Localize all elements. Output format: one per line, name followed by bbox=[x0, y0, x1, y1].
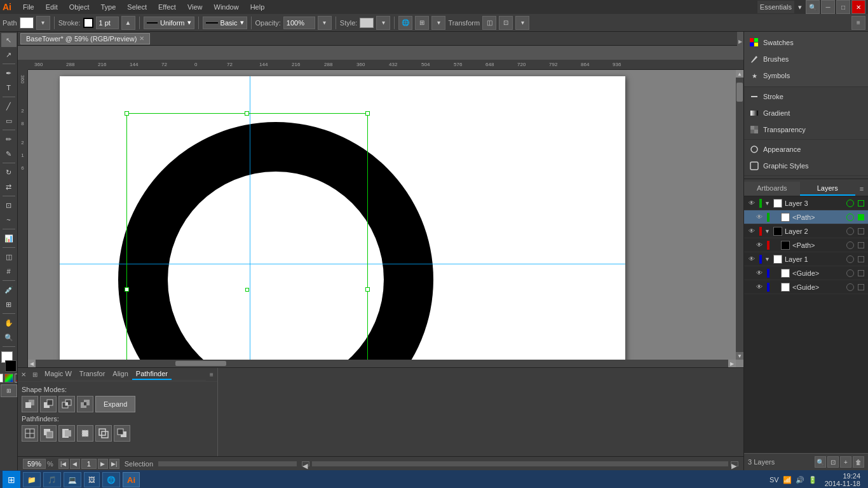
graphic-styles-panel-btn[interactable]: Graphic Styles bbox=[744, 158, 868, 174]
close-btn[interactable]: ✕ bbox=[851, 0, 865, 14]
scroll-left-indicator[interactable]: ◀ bbox=[302, 461, 309, 466]
page-input[interactable] bbox=[81, 459, 97, 469]
tab-transform[interactable]: Transfor bbox=[76, 369, 109, 380]
trim-btn[interactable] bbox=[40, 425, 57, 442]
menu-select[interactable]: Select bbox=[122, 2, 152, 12]
rotate-tool[interactable]: ↻ bbox=[1, 165, 17, 179]
guide1-target[interactable] bbox=[846, 269, 854, 277]
style-selector[interactable]: ▾ bbox=[376, 16, 390, 30]
zoom-input[interactable] bbox=[23, 459, 46, 469]
minus-back-btn[interactable] bbox=[114, 425, 130, 442]
scroll-down-btn[interactable]: ▼ bbox=[736, 352, 743, 360]
minimize-btn[interactable]: ─ bbox=[821, 0, 835, 14]
merge-btn[interactable] bbox=[58, 425, 75, 442]
guide2-select[interactable] bbox=[858, 284, 864, 290]
outline-btn[interactable] bbox=[95, 425, 112, 442]
type-tool[interactable]: T bbox=[1, 81, 17, 95]
stroke-weight-input[interactable]: 1 pt bbox=[96, 17, 119, 29]
graph-tool[interactable]: 📊 bbox=[1, 231, 17, 245]
unite-btn[interactable] bbox=[22, 396, 38, 412]
direct-select-tool[interactable]: ↗ bbox=[1, 48, 17, 62]
menu-window[interactable]: Window bbox=[209, 2, 244, 12]
artboard[interactable]: ▲ ▼ ◀ ▶ bbox=[28, 70, 743, 367]
restore-btn[interactable]: □ bbox=[836, 0, 850, 14]
warp-tool[interactable]: ~ bbox=[1, 213, 17, 227]
shape-tool[interactable]: ▭ bbox=[1, 114, 17, 128]
menu-type[interactable]: Type bbox=[96, 2, 121, 12]
align-dropdown[interactable]: ▾ bbox=[431, 16, 445, 30]
stroke-weight-up[interactable]: ▲ bbox=[121, 16, 135, 30]
hand-tool[interactable]: ✋ bbox=[1, 316, 17, 330]
panel-resize-handle[interactable] bbox=[18, 365, 743, 368]
guide1-visibility[interactable]: 👁 bbox=[754, 268, 764, 278]
opacity-up[interactable]: ▾ bbox=[318, 16, 332, 30]
appearance-panel-btn[interactable]: Appearance bbox=[744, 141, 868, 158]
gradient-color-btn[interactable] bbox=[4, 374, 13, 383]
layer3-select[interactable] bbox=[858, 200, 864, 207]
scale-tool[interactable]: ⊡ bbox=[1, 198, 17, 212]
guide2-target[interactable] bbox=[846, 283, 854, 291]
normal-color-btn[interactable] bbox=[0, 374, 3, 383]
guide2-visibility[interactable]: 👁 bbox=[754, 282, 764, 292]
workspace-selector[interactable]: Essentials bbox=[757, 1, 794, 13]
tab-align[interactable]: Align bbox=[109, 369, 132, 380]
layer-row-guide1[interactable]: 👁 <Guide> bbox=[744, 266, 868, 280]
horizontal-scroll-track[interactable] bbox=[312, 461, 728, 466]
make-clipping-mask-btn[interactable]: ⊡ bbox=[827, 456, 839, 468]
path1-visibility[interactable]: 👁 bbox=[754, 212, 764, 222]
taskbar-unknown1[interactable]: 💻 bbox=[64, 472, 81, 487]
path1-select[interactable] bbox=[858, 214, 864, 220]
scroll-up-btn[interactable]: ▲ bbox=[736, 70, 743, 78]
layer3-visibility[interactable]: 👁 bbox=[747, 198, 757, 208]
stroke-color-box[interactable] bbox=[83, 18, 93, 28]
layers-tab[interactable]: Layers bbox=[800, 182, 856, 196]
scrollbar-v-thumb[interactable] bbox=[736, 83, 743, 102]
tab-magic-wand[interactable]: Magic W bbox=[41, 369, 76, 380]
layer1-select[interactable] bbox=[858, 256, 864, 262]
delete-layer-btn[interactable]: 🗑 bbox=[853, 456, 864, 468]
taskbar-chrome[interactable]: 🌐 bbox=[102, 472, 120, 487]
measure-tool[interactable]: ⊞ bbox=[1, 297, 17, 311]
warp-dropdown[interactable]: ▾ bbox=[515, 16, 529, 30]
scrollbar-vertical[interactable]: ▲ ▼ bbox=[736, 70, 743, 360]
path2-visibility[interactable]: 👁 bbox=[754, 240, 764, 250]
layer3-target[interactable] bbox=[846, 200, 854, 207]
warp-icon[interactable]: ⊡ bbox=[499, 16, 513, 30]
taskbar-unknown2[interactable]: 🖼 bbox=[84, 472, 100, 487]
opacity-input[interactable]: 100% bbox=[283, 17, 315, 29]
layer-row-layer2[interactable]: 👁 ▼ Layer 2 bbox=[744, 224, 868, 238]
layer3-expand[interactable]: ▼ bbox=[764, 200, 771, 207]
gradient-panel-btn[interactable]: Gradient bbox=[744, 105, 868, 121]
menu-file[interactable]: File bbox=[18, 2, 39, 12]
expand-btn[interactable]: Expand bbox=[95, 396, 135, 412]
menu-help[interactable]: Help bbox=[245, 2, 270, 12]
zoom-tool[interactable]: 🔍 bbox=[1, 330, 17, 344]
path1-target[interactable] bbox=[846, 214, 854, 221]
eyedropper-tool[interactable]: 💉 bbox=[1, 283, 17, 297]
stroke-panel-btn[interactable]: Stroke bbox=[744, 88, 868, 105]
layer-row-layer3[interactable]: 👁 ▼ Layer 3 bbox=[744, 196, 868, 210]
fill-color-box[interactable] bbox=[20, 17, 34, 29]
prev-page-btn[interactable]: ◀ bbox=[70, 459, 80, 469]
next-page-btn[interactable]: ▶ bbox=[98, 459, 108, 469]
layer2-visibility[interactable]: 👁 bbox=[747, 226, 757, 236]
panel-expand-btn[interactable]: ⊞ bbox=[29, 369, 41, 381]
crop-btn[interactable] bbox=[77, 425, 93, 442]
swatches-panel-btn[interactable]: Swatches bbox=[744, 34, 868, 51]
tab-pathfinder[interactable]: Pathfinder bbox=[132, 369, 172, 380]
menu-object[interactable]: Object bbox=[64, 2, 95, 12]
layer1-visibility[interactable]: 👁 bbox=[747, 254, 757, 264]
layers-list[interactable]: 👁 ▼ Layer 3 👁 <Path> bbox=[744, 196, 868, 453]
menu-view[interactable]: View bbox=[182, 2, 208, 12]
symbols-panel-btn[interactable]: ★ Symbols bbox=[744, 67, 868, 84]
layer1-target[interactable] bbox=[846, 255, 854, 263]
panel-collapse-btn[interactable]: ▶ bbox=[737, 32, 743, 51]
layer-row-path1[interactable]: 👁 <Path> bbox=[744, 210, 868, 224]
taskbar-illustrator[interactable]: Ai bbox=[123, 472, 140, 487]
brushes-panel-btn[interactable]: Brushes bbox=[744, 51, 868, 67]
envelope-icon[interactable]: ◫ bbox=[482, 16, 496, 30]
last-page-btn[interactable]: ▶| bbox=[109, 459, 119, 469]
gradient-tool[interactable]: ◫ bbox=[1, 250, 17, 264]
divide-btn[interactable] bbox=[22, 425, 38, 442]
layer2-expand[interactable]: ▼ bbox=[764, 228, 771, 234]
